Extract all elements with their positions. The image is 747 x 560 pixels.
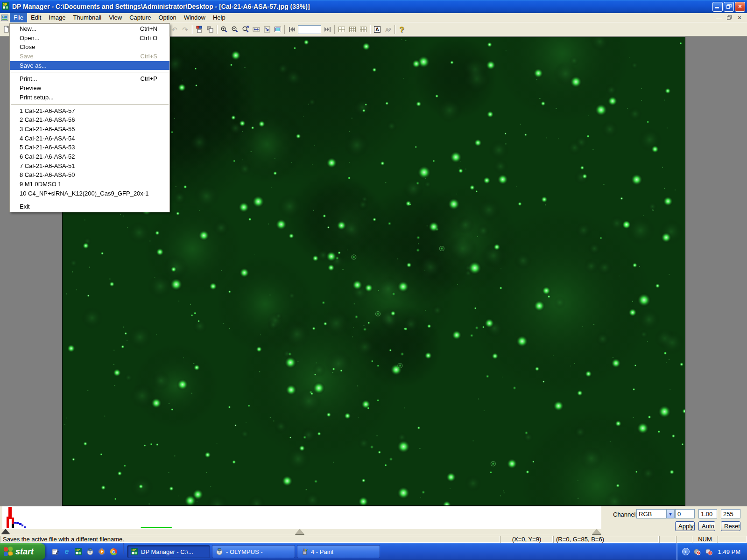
status-pane-empty-3: [718, 536, 747, 543]
taskbar-button-dp-manager[interactable]: DPDP Manager - C:\...: [127, 545, 210, 558]
gamma-input[interactable]: [698, 509, 717, 518]
panel-collapse-arrow-right[interactable]: [592, 529, 601, 534]
copy-window-icon[interactable]: [204, 24, 215, 35]
menu-image[interactable]: Image: [45, 13, 69, 22]
taskbar: start eDPDP DPDP Manager - C:\...DP- OLY…: [0, 543, 747, 560]
menu-thumbnail[interactable]: Thumbnail: [70, 13, 106, 22]
child-restore-button[interactable]: [726, 14, 733, 21]
child-minimize-button[interactable]: —: [715, 14, 723, 21]
tray-chevron-icon[interactable]: ‹: [682, 548, 690, 555]
reset-button[interactable]: Reset: [721, 521, 740, 531]
cursor-position-pane: (X=0, Y=9): [500, 536, 553, 543]
menu-option[interactable]: Option: [155, 13, 180, 22]
file-menu-item-1-cal-21-a6-asa-57[interactable]: 1 Cal-21-A6-ASA-57: [10, 106, 169, 116]
document-image-icon[interactable]: [1, 14, 9, 21]
status-message: Saves the active file with a different f…: [0, 536, 500, 543]
quick-launch-bar: eDPDP: [45, 543, 122, 560]
nav-last-icon[interactable]: [322, 24, 333, 35]
zoom-in-icon[interactable]: [218, 24, 229, 35]
toolbar-separator: [334, 25, 335, 34]
file-menu-item-9-m1-0dmso-1[interactable]: 9 M1 0DMSO 1: [10, 180, 169, 189]
fit-window-icon[interactable]: [261, 24, 272, 35]
file-menu-item-preview[interactable]: Preview: [10, 84, 169, 93]
menu-separator: [10, 102, 169, 106]
zoom-out-icon[interactable]: [229, 24, 240, 35]
auto-button[interactable]: Auto: [698, 521, 715, 531]
file-menu-item-2-cal-21-a6-asa-56[interactable]: 2 Cal-21-A6-ASA-56: [10, 115, 169, 125]
menu-view[interactable]: View: [105, 13, 126, 22]
file-menu-item-close[interactable]: Close: [10, 42, 169, 52]
svg-text:DP: DP: [89, 548, 92, 551]
thumbnail-large-icon[interactable]: [358, 24, 368, 35]
actual-size-icon[interactable]: [272, 24, 283, 35]
channel-select[interactable]: RGB ▼: [636, 509, 675, 518]
file-menu-item-print[interactable]: Print...Ctrl+P: [10, 74, 169, 84]
nav-first-icon[interactable]: [286, 24, 297, 35]
file-menu-item-exit[interactable]: Exit: [10, 202, 169, 211]
zoom-tool-icon[interactable]: [240, 24, 251, 35]
white-level-input[interactable]: [721, 509, 740, 518]
minimize-button[interactable]: [712, 2, 723, 12]
file-menu-item-3-cal-21-a6-asa-55[interactable]: 3 Cal-21-A6-ASA-55: [10, 125, 169, 134]
file-menu-item-4-cal-21-a6-asa-54[interactable]: 4 Cal-21-A6-ASA-54: [10, 134, 169, 143]
close-button[interactable]: ×: [735, 2, 745, 12]
chevron-down-icon[interactable]: ▼: [666, 510, 674, 518]
apply-button[interactable]: Apply: [675, 521, 695, 531]
panel-collapse-arrow-center[interactable]: [295, 529, 304, 534]
quicklaunch-olympus-disc-icon[interactable]: DP: [86, 547, 94, 556]
quicklaunch-dp-manager-icon[interactable]: DP: [74, 547, 83, 556]
menu-help[interactable]: Help: [209, 13, 229, 22]
security-alert-icon[interactable]: [705, 547, 713, 556]
file-menu-item-6-cal-21-a6-asa-52[interactable]: 6 Cal-21-A6-ASA-52: [10, 152, 169, 161]
file-menu-item-new[interactable]: New...Ctrl+N: [10, 24, 169, 34]
black-level-input[interactable]: [675, 509, 695, 518]
svg-text:DP: DP: [132, 548, 136, 552]
menu-file[interactable]: File: [10, 13, 27, 22]
quicklaunch-browser-ball-icon[interactable]: [109, 547, 118, 556]
paint-icon: [300, 547, 309, 556]
file-menu-item-5-cal-21-a6-asa-53[interactable]: 5 Cal-21-A6-ASA-53: [10, 143, 169, 152]
dp-manager-window: DP DP Manager - C:\Documents and Setting…: [0, 0, 747, 560]
device-disabled-icon[interactable]: [693, 547, 701, 556]
file-menu-item-10-c4-np-sirna-k12-200-cas9-gfp-20x-1[interactable]: 10 C4_NP+siRNA_K12(200)_Cas9_GFP_20x-1: [10, 189, 169, 198]
menu-separator: [10, 70, 169, 74]
taskbar-button-paint[interactable]: 4 - Paint: [297, 545, 380, 558]
thumbnail-small-icon[interactable]: [336, 24, 347, 35]
fit-width-icon[interactable]: [251, 24, 261, 35]
menu-bar: FileEditImageThumbnailViewCaptureOptionW…: [0, 13, 747, 22]
restore-button[interactable]: [724, 2, 734, 12]
toolbar-separator: [370, 25, 370, 34]
clock: 1:49 PM: [718, 548, 740, 555]
channel-panel: Channel: RGB ▼ Apply Auto Reset: [601, 506, 747, 535]
adjustment-panel: Channel: RGB ▼ Apply Auto Reset: [0, 506, 747, 529]
panel-collapse-arrow-left[interactable]: [1, 529, 10, 534]
quicklaunch-media-player-icon[interactable]: [98, 547, 106, 556]
svg-text:DP: DP: [218, 548, 221, 551]
text-annotation-icon[interactable]: A: [372, 24, 382, 35]
thumbnail-medium-icon[interactable]: [347, 24, 358, 35]
start-button[interactable]: start: [0, 543, 45, 560]
window-title: DP Manager - C:\Documents and Settings\A…: [12, 3, 712, 10]
app-icon: DP: [2, 2, 10, 11]
menu-edit[interactable]: Edit: [27, 13, 45, 22]
child-close-button[interactable]: ×: [736, 14, 743, 21]
file-menu-item-7-cal-21-a6-asa-51[interactable]: 7 Cal-21-A6-ASA-51: [10, 161, 169, 171]
menu-window[interactable]: Window: [180, 13, 209, 22]
quicklaunch-internet-explorer-icon[interactable]: e: [63, 547, 71, 556]
file-menu-item-save-as[interactable]: Save as...: [10, 61, 169, 70]
help-icon[interactable]: ?: [396, 24, 407, 35]
file-menu-item-8-cal-21-a6-asa-50[interactable]: 8 Cal-21-A6-ASA-50: [10, 170, 169, 180]
page-number-input[interactable]: [298, 25, 321, 34]
file-menu-item-print-setup[interactable]: Print setup...: [10, 93, 169, 102]
toolbar-separator: [395, 25, 395, 34]
menu-separator: [10, 198, 169, 202]
capture-windows-icon[interactable]: [194, 24, 204, 35]
svg-text:DP: DP: [76, 548, 80, 552]
menu-capture[interactable]: Capture: [126, 13, 155, 22]
title-bar: DP DP Manager - C:\Documents and Setting…: [0, 0, 747, 13]
dp-manager-icon: DP: [130, 547, 139, 556]
status-pane-empty-1: [659, 536, 676, 543]
taskbar-button-olympus-disc[interactable]: DP- OLYMPUS -: [212, 545, 295, 558]
quicklaunch-launch-letter-icon[interactable]: [51, 547, 59, 556]
file-menu-item-open[interactable]: Open...Ctrl+O: [10, 34, 169, 43]
